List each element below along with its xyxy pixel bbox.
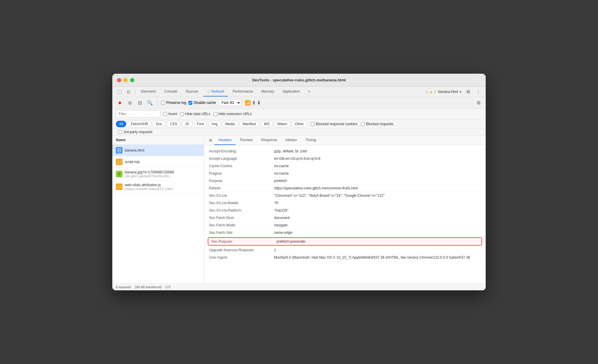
html-file-icon xyxy=(116,147,122,154)
filter-bar: Invert Hide data URLs Hide extension URL… xyxy=(112,109,486,120)
detail-tab-timing[interactable]: Timing xyxy=(301,136,320,145)
blocked-response-cookies-checkbox[interactable]: Blocked response cookies xyxy=(311,122,357,126)
main-tab-bar: ⬚ ⊡ Elements Console Sources ⚠ Network P… xyxy=(112,87,486,97)
detail-close-button[interactable]: ✕ xyxy=(207,136,214,144)
search-icon[interactable]: 🔍 xyxy=(146,99,154,107)
device-icon[interactable]: ⊡ xyxy=(125,88,132,96)
header-row-upgrade-insecure: Upgrade-Insecure-Requests: 1 xyxy=(204,247,486,254)
filter-font[interactable]: Font xyxy=(194,121,207,127)
header-value: Mozilla/5.0 (Macintosh; Intel Mac OS X 1… xyxy=(274,255,481,260)
disable-cache-checkbox[interactable]: Disable cache xyxy=(188,101,216,105)
file-item-banana-html[interactable]: banana.html xyxy=(112,145,204,156)
header-value: "macOS" xyxy=(274,208,481,212)
filter-all[interactable]: All xyxy=(116,121,126,127)
blocked-response-cookies-input[interactable] xyxy=(311,122,314,126)
more-options-icon[interactable]: ⋮ xyxy=(474,88,482,96)
filter-fetch-xhr[interactable]: Fetch/XHR xyxy=(127,121,151,127)
header-row-sec-ch-ua-mobile: Sec-Ch-Ua-Mobile: ?0 xyxy=(204,199,486,207)
third-party-input[interactable] xyxy=(118,130,122,134)
dropdown-arrow-icon: ▼ xyxy=(459,90,462,94)
preserve-log-checkbox[interactable]: Preserve log xyxy=(161,101,186,105)
filter-icon[interactable]: ⊟ xyxy=(136,99,144,107)
header-name: Accept-Language: xyxy=(209,157,274,161)
current-page-label: banana.html xyxy=(438,90,458,94)
current-page-dropdown[interactable]: banana.html ▼ xyxy=(438,90,462,94)
close-button[interactable] xyxy=(117,78,121,82)
tab-elements[interactable]: Elements xyxy=(137,87,159,96)
invert-input[interactable] xyxy=(163,112,167,116)
preserve-log-input[interactable] xyxy=(161,101,165,105)
preserve-log-label: Preserve log xyxy=(166,101,186,105)
filter-js[interactable]: JS xyxy=(182,121,192,127)
header-value: document xyxy=(274,216,481,220)
tab-console[interactable]: Console xyxy=(161,87,181,96)
file-item-banana-jpg[interactable]: 🌴 banana.jpg?v=1705668720588 cdn.glitch.… xyxy=(112,168,204,181)
file-item-script-mjs[interactable]: { } script.mjs xyxy=(112,156,204,168)
header-name: Sec-Fetch-Mode: xyxy=(209,223,274,227)
tab-memory[interactable]: Memory xyxy=(258,87,278,96)
header-value: 1 xyxy=(274,248,481,252)
disable-cache-input[interactable] xyxy=(188,101,192,105)
hide-data-urls-input[interactable] xyxy=(180,112,184,116)
cursor-icon[interactable]: ⬚ xyxy=(116,88,124,96)
devtools-window: DevTools - speculative-rules.glitch.me/b… xyxy=(112,74,486,290)
blocked-requests-checkbox[interactable]: Blocked requests xyxy=(361,122,394,126)
window-title: DevTools - speculative-rules.glitch.me/b… xyxy=(252,78,346,82)
blocked-requests-input[interactable] xyxy=(361,122,365,126)
tab-network[interactable]: ⚠ Network xyxy=(203,87,228,96)
titlebar: DevTools - speculative-rules.glitch.me/b… xyxy=(112,74,486,87)
transferred-size: 160 kB transferred xyxy=(135,285,162,289)
tab-network-label: Network xyxy=(211,89,224,94)
filter-img[interactable]: Img xyxy=(208,121,221,127)
wifi-icon[interactable]: 📶 xyxy=(245,100,251,106)
filter-ws[interactable]: WS xyxy=(260,121,273,127)
header-row-sec-fetch-mode: Sec-Fetch-Mode: navigate xyxy=(204,222,486,229)
hide-extension-urls-input[interactable] xyxy=(213,112,217,116)
maximize-button[interactable] xyxy=(130,78,134,82)
file-info-web-vitals: web-vitals.attribution.js unpkg.com/web-… xyxy=(125,183,200,191)
tab-performance[interactable]: Performance xyxy=(229,87,257,96)
header-row-accept-language: Accept-Language: en-GB,en-US;q=0.9,en;q=… xyxy=(204,155,486,162)
header-value-sec-purpose: prefetch;prerender xyxy=(276,239,479,244)
hide-extension-urls-checkbox[interactable]: Hide extension URLs xyxy=(213,112,252,116)
record-stop-icon[interactable]: ⏺ xyxy=(116,99,124,107)
hide-data-urls-checkbox[interactable]: Hide data URLs xyxy=(180,112,210,116)
header-name: Cache-Control: xyxy=(209,164,274,168)
file-info-banana-jpg: banana.jpg?v=1705668720588 cdn.glitch.gl… xyxy=(125,170,200,178)
filter-css[interactable]: CSS xyxy=(167,121,180,127)
headers-content: Accept-Encoding: gzip, deflate, br, zstd… xyxy=(204,145,486,264)
header-name: User-Agent: xyxy=(209,255,274,260)
file-name-script-mjs: script.mjs xyxy=(125,160,200,164)
throttle-select[interactable]: Fast 3G xyxy=(218,99,241,106)
tab-more[interactable]: » xyxy=(305,87,314,96)
other-stat: 173 xyxy=(165,285,170,289)
header-row-sec-fetch-dest: Sec-Fetch-Dest: document xyxy=(204,214,486,222)
filter-other[interactable]: Other xyxy=(292,121,307,127)
third-party-label: 3rd-party requests xyxy=(124,130,152,134)
filter-manifest[interactable]: Manifest xyxy=(239,121,259,127)
filter-doc[interactable]: Doc xyxy=(153,121,165,127)
network-settings-icon[interactable]: ⚙ xyxy=(475,99,482,106)
filter-input[interactable] xyxy=(116,110,160,117)
detail-tab-preview[interactable]: Preview xyxy=(236,136,257,145)
third-party-checkbox[interactable]: 3rd-party requests xyxy=(118,130,482,134)
file-item-web-vitals[interactable]: { } web-vitals.attribution.js unpkg.com/… xyxy=(112,181,204,193)
download-icon[interactable]: ⬇ xyxy=(257,100,261,106)
warning-badge: ⚠ ▲ 2 xyxy=(425,90,436,94)
header-name: Pragma: xyxy=(209,171,274,175)
tab-application[interactable]: Application xyxy=(279,87,303,96)
filter-wasm[interactable]: Wasm xyxy=(274,121,291,127)
settings-icon[interactable]: ⚙ xyxy=(464,88,472,96)
filter-media[interactable]: Media xyxy=(222,121,238,127)
file-name-web-vitals: web-vitals.attribution.js xyxy=(125,183,200,187)
detail-tab-initiator[interactable]: Initiator xyxy=(281,136,301,145)
detail-tab-headers[interactable]: Headers xyxy=(214,136,236,145)
tab-sources[interactable]: Sources xyxy=(182,87,202,96)
minimize-button[interactable] xyxy=(124,78,128,82)
file-list: Name banana.html { } script.mj xyxy=(112,136,204,284)
invert-checkbox[interactable]: Invert xyxy=(163,112,177,116)
upload-icon[interactable]: ⬆ xyxy=(252,100,256,106)
header-row-sec-fetch-site: Sec-Fetch-Site: same-origin xyxy=(204,229,486,236)
detail-tab-response[interactable]: Response xyxy=(257,136,281,145)
clear-icon[interactable]: ⊘ xyxy=(126,99,134,107)
